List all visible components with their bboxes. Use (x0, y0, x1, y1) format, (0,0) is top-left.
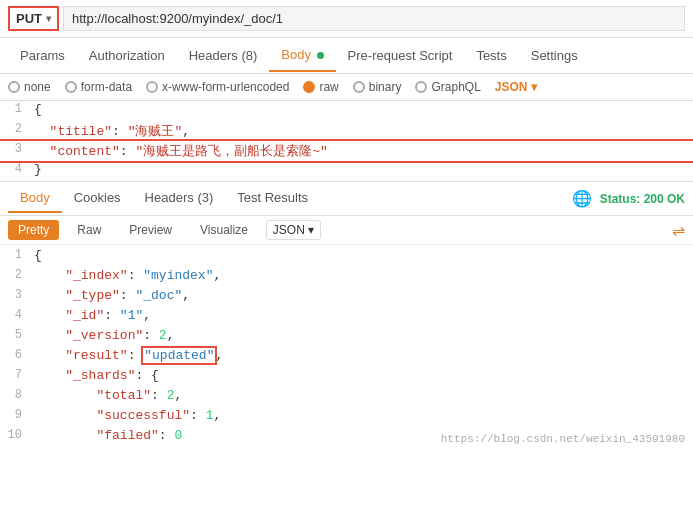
globe-icon: 🌐 (572, 189, 592, 208)
url-bar: PUT ▾ (0, 0, 693, 38)
radio-urlencoded-circle (146, 81, 158, 93)
resp-pretty-btn[interactable]: Pretty (8, 220, 59, 240)
tab-params[interactable]: Params (8, 40, 77, 71)
response-body: 1 { 2 "_index": "myindex", 3 "_type": "_… (0, 245, 693, 449)
wrap-icon[interactable]: ⇌ (672, 221, 685, 240)
resp-line-3: 3 "_type": "_doc", (0, 287, 693, 307)
resp-preview-btn[interactable]: Preview (119, 220, 182, 240)
resp-tab-headers[interactable]: Headers (3) (133, 184, 226, 213)
req-line-2: 2 "titile": "海贼王", (0, 121, 693, 141)
tab-tests[interactable]: Tests (464, 40, 518, 71)
radio-urlencoded[interactable]: x-www-form-urlencoded (146, 80, 289, 94)
method-label: PUT (16, 11, 42, 26)
resp-line-10: 10 "failed": 0 (0, 427, 693, 447)
body-type-bar: none form-data x-www-form-urlencoded raw… (0, 74, 693, 101)
resp-json-arrow: ▾ (308, 223, 314, 237)
request-tab-bar: Params Authorization Headers (8) Body Pr… (0, 38, 693, 74)
tab-body[interactable]: Body (269, 39, 335, 72)
radio-raw[interactable]: raw (303, 80, 338, 94)
resp-tab-cookies[interactable]: Cookies (62, 184, 133, 213)
code-lines: 1 { 2 "titile": "海贼王", 3 "content": "海贼王… (0, 101, 693, 181)
json-format-select[interactable]: JSON ▾ (495, 80, 537, 94)
tab-authorization[interactable]: Authorization (77, 40, 177, 71)
response-status-area: 🌐 Status: 200 OK (572, 189, 685, 208)
resp-line-4: 4 "_id": "1", (0, 307, 693, 327)
req-line-4: 4 } (0, 161, 693, 181)
radio-graphql[interactable]: GraphQL (415, 80, 480, 94)
resp-json-select[interactable]: JSON ▾ (266, 220, 321, 240)
tab-settings[interactable]: Settings (519, 40, 590, 71)
method-select[interactable]: PUT ▾ (8, 6, 59, 31)
status-badge: Status: 200 OK (600, 192, 685, 206)
resp-tab-body[interactable]: Body (8, 184, 62, 213)
response-tab-bar: Body Cookies Headers (3) Test Results 🌐 … (0, 182, 693, 216)
radio-form-data[interactable]: form-data (65, 80, 132, 94)
radio-none-circle (8, 81, 20, 93)
tab-headers[interactable]: Headers (8) (177, 40, 270, 71)
radio-form-data-circle (65, 81, 77, 93)
resp-line-1: 1 { (0, 247, 693, 267)
radio-none[interactable]: none (8, 80, 51, 94)
tab-pre-request[interactable]: Pre-request Script (336, 40, 465, 71)
resp-line-7: 7 "_shards": { (0, 367, 693, 387)
resp-line-2: 2 "_index": "myindex", (0, 267, 693, 287)
request-body-editor[interactable]: 1 { 2 "titile": "海贼王", 3 "content": "海贼王… (0, 101, 693, 182)
json-arrow-icon: ▾ (531, 80, 537, 94)
resp-line-5: 5 "_version": 2, (0, 327, 693, 347)
resp-line-9: 9 "successful": 1, (0, 407, 693, 427)
method-arrow-icon: ▾ (46, 13, 51, 24)
response-section: Body Cookies Headers (3) Test Results 🌐 … (0, 182, 693, 449)
body-dot-indicator (317, 52, 324, 59)
radio-raw-circle (303, 81, 315, 93)
req-line-1: 1 { (0, 101, 693, 121)
resp-tab-test-results[interactable]: Test Results (225, 184, 320, 213)
resp-line-8: 8 "total": 2, (0, 387, 693, 407)
radio-binary-circle (353, 81, 365, 93)
resp-raw-btn[interactable]: Raw (67, 220, 111, 240)
radio-graphql-circle (415, 81, 427, 93)
response-toolbar: Pretty Raw Preview Visualize JSON ▾ ⇌ (0, 216, 693, 245)
radio-binary[interactable]: binary (353, 80, 402, 94)
req-line-3: 3 "content": "海贼王是路飞，副船长是索隆~" (0, 141, 693, 161)
resp-visualize-btn[interactable]: Visualize (190, 220, 258, 240)
resp-line-6: 6 "result": "updated", (0, 347, 693, 367)
url-input[interactable] (63, 6, 685, 31)
